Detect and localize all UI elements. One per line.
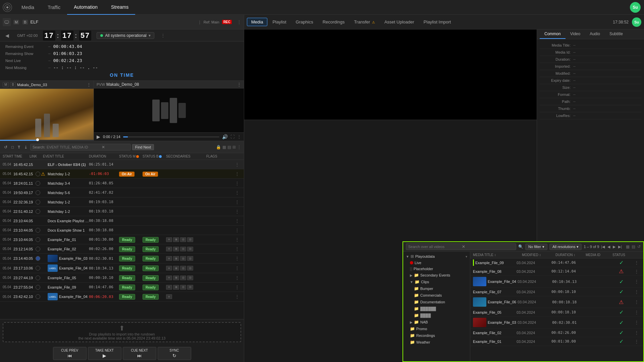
- list-item[interactable]: Example_File_04 03.04.2024 00:10:34.13 ✓…: [470, 276, 643, 288]
- mb-search-box[interactable]: ✕: [406, 243, 516, 250]
- table-row[interactable]: 05.04 23:12:14.05 Example_File_02 00:02:…: [0, 244, 244, 254]
- mb-row-more[interactable]: ⋮: [633, 310, 641, 315]
- mb-resolution-dropdown[interactable]: All resolutions ▾: [549, 244, 582, 250]
- event-more[interactable]: ⋮: [233, 276, 241, 280]
- table-row[interactable]: 05.04 19:50:49.17 Matchday 5-6 02:41:47.…: [0, 188, 244, 197]
- mb-tree-folder1[interactable]: 📁 ██████: [403, 305, 470, 312]
- text-btn[interactable]: T: [16, 144, 21, 150]
- sync-btn[interactable]: SYNC ↻: [158, 347, 191, 360]
- nav-automation[interactable]: Automation: [67, 0, 104, 15]
- cue-next-btn[interactable]: CUE NEXT ⏭: [123, 347, 156, 360]
- event-more[interactable]: ⋮: [233, 190, 241, 195]
- event-more[interactable]: ⋮: [233, 237, 241, 242]
- drop-zone[interactable]: ⬆ Drop playlists to import into the rund…: [3, 322, 241, 342]
- mb-row-more[interactable]: ⋮: [633, 279, 641, 284]
- list-item[interactable]: Example_File_06 03.04.2024 00:00:10.18 ⚠…: [470, 296, 643, 308]
- mb-search-icon[interactable]: 🔍: [518, 244, 523, 249]
- user-avatar[interactable]: Su: [630, 2, 641, 13]
- tab-recordings[interactable]: Recordings: [318, 18, 349, 26]
- table-row[interactable]: 05.04 18:24:01.11 Matchday 3-4 01:26:48.…: [0, 179, 244, 188]
- event-more[interactable]: ⋮: [233, 294, 241, 299]
- pvw-volume-icon[interactable]: 🔊: [222, 134, 228, 139]
- tab-asset-uploader[interactable]: Asset Uploader: [380, 18, 419, 26]
- mb-tree-clips[interactable]: ▼ 📁 Clips: [403, 279, 470, 285]
- preview-more[interactable]: ⋮: [87, 82, 91, 87]
- preview-progress[interactable]: [0, 140, 94, 141]
- table-row[interactable]: 05.04 23:10:44.05 Docs Example Show 1 00…: [0, 226, 244, 235]
- mb-refresh-icon[interactable]: ↺: [637, 244, 641, 249]
- list-item[interactable]: Example_File_08 03.04.2024 00:12:14.04 ⚠…: [470, 267, 643, 276]
- table-row[interactable]: 05.04 23:10:44.05 Example_File_01 00:01:…: [0, 235, 244, 244]
- mb-col-modified[interactable]: MODIFIED ↕: [522, 253, 555, 257]
- mb-tree-placeholder[interactable]: ░ Placeholder: [403, 266, 470, 272]
- view-icon1[interactable]: ▦: [222, 145, 226, 149]
- table-row[interactable]: 05.04 16:45:42.15 ELF - October 03/4 (1)…: [0, 160, 244, 169]
- table-row[interactable]: 05.04 23:17:10.06 LABEL Example_File_04 …: [0, 263, 244, 273]
- mb-filter-dropdown[interactable]: No filter ▾: [525, 244, 547, 250]
- pvw-settings-icon[interactable]: ⋮: [237, 134, 241, 139]
- mb-search-input[interactable]: [408, 245, 462, 249]
- mb-next-page-btn[interactable]: ▶: [612, 245, 616, 249]
- event-more[interactable]: ⋮: [233, 181, 241, 186]
- refresh-btn[interactable]: ↺: [3, 144, 9, 150]
- mb-tree-commercials[interactable]: 📁 Commercials: [403, 292, 470, 299]
- app-logo[interactable]: [0, 0, 15, 15]
- mb-tree-promo[interactable]: 📁 Promo: [403, 325, 470, 332]
- mb-row-more[interactable]: ⋮: [633, 330, 641, 335]
- lock-icon[interactable]: 🔒: [216, 145, 221, 149]
- lock-btn[interactable]: □: [10, 144, 15, 150]
- more-icon-clock[interactable]: ⋮: [161, 33, 165, 38]
- table-row[interactable]: 05.04 22:51:40.12 Matchday 1-2 00:19:03.…: [0, 207, 244, 216]
- mb-row-more[interactable]: ⋮: [633, 300, 641, 304]
- pvw-resize-icon[interactable]: ⛶: [230, 134, 234, 139]
- mb-tree-recordings[interactable]: 📁 Recordings: [403, 332, 470, 339]
- table-row[interactable]: 05.04 22:32:36.19 Matchday 1-2 00:19:03.…: [0, 197, 244, 207]
- nav-streams[interactable]: Streams: [104, 0, 135, 15]
- mb-tree-documentation[interactable]: 📁 Documentation: [403, 299, 470, 305]
- mb-tree-weather[interactable]: 📁 Weather: [403, 339, 470, 346]
- table-row[interactable]: 05.04 23:14:40.05 Example_File_03 00:02:…: [0, 254, 244, 263]
- mb-tree-live[interactable]: Live: [403, 260, 470, 266]
- mb-col-duration[interactable]: DURATION ↕: [555, 253, 586, 257]
- event-more[interactable]: ⋮: [233, 162, 241, 167]
- import-btn[interactable]: ⤓: [23, 144, 29, 150]
- list-item[interactable]: Example_File_01 03.04.2024 00:01:30.00 ✓…: [470, 337, 643, 346]
- expand-icon[interactable]: ⊞: [232, 145, 236, 149]
- system-status[interactable]: All systems operational ▾: [97, 32, 154, 39]
- pvw-more[interactable]: ⋮: [237, 82, 241, 87]
- mb-view-list-icon[interactable]: ▤: [632, 244, 635, 249]
- tab-graphics[interactable]: Graphics: [291, 18, 318, 26]
- tab-media[interactable]: Media: [247, 18, 267, 26]
- take-next-btn[interactable]: TAKE NEXT ▶: [88, 347, 121, 360]
- nav-traffic[interactable]: Traffic: [41, 0, 67, 15]
- more-options[interactable]: ⋮: [237, 145, 241, 149]
- event-search-input[interactable]: [47, 145, 100, 149]
- pvw-play-btn[interactable]: ▶: [97, 134, 100, 139]
- event-more[interactable]: ⋮: [233, 247, 241, 251]
- view-icon2[interactable]: ▤: [227, 145, 231, 149]
- mb-tree-bumper[interactable]: 📁 Bumper: [403, 285, 470, 292]
- mb-prev-page-btn[interactable]: ◀: [607, 245, 611, 249]
- table-row[interactable]: 05.04 23:27:44.19 Example_File_05 00:00:…: [0, 273, 244, 283]
- more-icon[interactable]: ⋮: [237, 20, 241, 24]
- mb-view-grid-icon[interactable]: ▦: [626, 244, 630, 249]
- event-more[interactable]: ⋮: [233, 228, 241, 233]
- table-row[interactable]: 05.04 23:27:55.04 Example_File_09 00:14:…: [0, 283, 244, 292]
- table-row[interactable]: 05.04 23:10:44.05 Docs Example Playlist …: [0, 216, 244, 226]
- nav-arrow-left[interactable]: ◀: [3, 33, 12, 38]
- right-user-avatar[interactable]: Su: [632, 17, 641, 27]
- props-tab-audio[interactable]: Audio: [585, 29, 605, 39]
- list-item[interactable]: Example_File_05 03.04.2024 00:00:10.10 ✓…: [470, 308, 643, 317]
- event-more[interactable]: ⋮: [233, 219, 241, 223]
- event-search-box[interactable]: Search: ✕: [30, 144, 131, 150]
- nav-media[interactable]: Media: [15, 0, 41, 15]
- list-item[interactable]: Example_File_03 03.04.2024 00:02:30.01 ✓…: [470, 317, 643, 328]
- list-item[interactable]: Example_File_09 03.04.2024 00:14:47.06 ✓…: [470, 258, 643, 267]
- mb-row-more[interactable]: ⋮: [633, 269, 641, 274]
- mb-row-more[interactable]: ⋮: [633, 290, 641, 294]
- mb-search-clear[interactable]: ✕: [462, 244, 465, 249]
- mb-col-media-title[interactable]: MEDIA TITLE ↕: [473, 253, 522, 257]
- list-item[interactable]: Example_File_02 03.04.2024 00:02:26.00 ✓…: [470, 328, 643, 337]
- tab-playlist[interactable]: Playlist: [268, 18, 290, 26]
- search-clear-icon[interactable]: ✕: [102, 145, 105, 149]
